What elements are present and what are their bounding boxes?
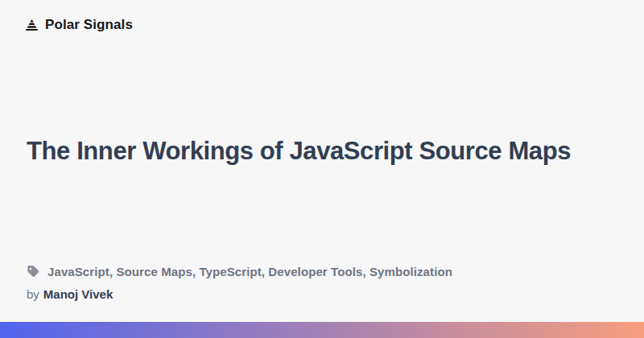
brand-logo: Polar Signals: [24, 17, 133, 33]
brand-name: Polar Signals: [45, 17, 133, 33]
post-tags: JavaScript, Source Maps, TypeScript, Dev…: [47, 265, 452, 278]
tag-icon: [26, 264, 40, 278]
author-row: byManoj Vivek: [27, 287, 113, 301]
polar-signals-pyramid-icon: [24, 18, 39, 33]
tags-row: JavaScript, Source Maps, TypeScript, Dev…: [26, 264, 452, 278]
blog-social-card: Polar Signals The Inner Workings of Java…: [0, 0, 644, 338]
gradient-accent-bar: [0, 322, 644, 338]
post-title: The Inner Workings of JavaScript Source …: [27, 134, 571, 168]
author-prefix: by: [27, 287, 39, 301]
author-name: Manoj Vivek: [43, 287, 113, 301]
